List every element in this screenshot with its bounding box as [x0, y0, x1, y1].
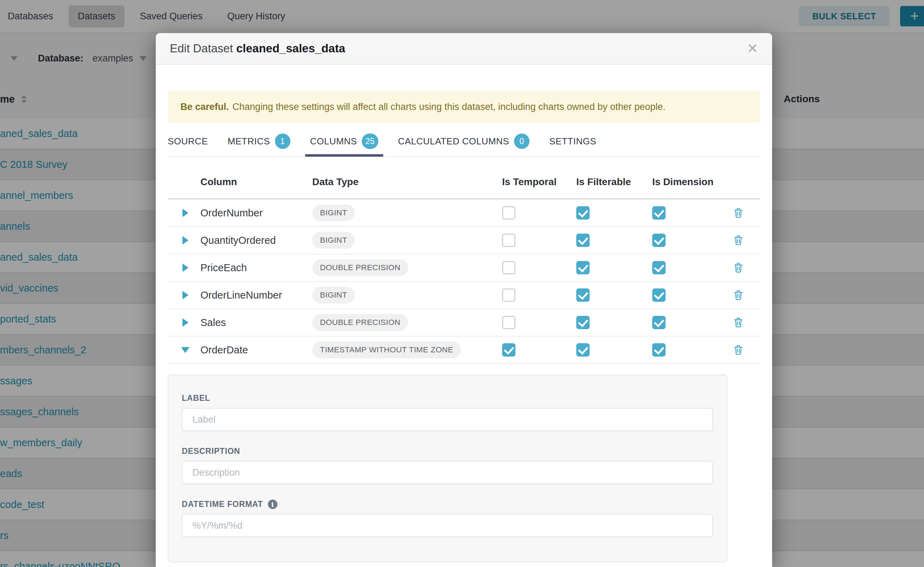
tab-count-badge: 1	[275, 134, 290, 149]
is-temporal-checkbox[interactable]	[502, 234, 515, 247]
data-type-badge: DOUBLE PRECISION	[312, 314, 408, 331]
is-temporal-checkbox[interactable]	[502, 206, 515, 220]
edit-dataset-modal: Edit Dataset cleaned_sales_data ✕ Be car…	[156, 33, 772, 567]
columns-table-header: Column Data Type Is Temporal Is Filterab…	[168, 161, 760, 200]
modal-title-prefix: Edit Dataset	[170, 42, 233, 55]
label-field-group: LABEL	[182, 393, 713, 431]
warning-bold: Be careful.	[181, 102, 229, 112]
close-icon[interactable]: ✕	[747, 42, 758, 55]
delete-icon[interactable]	[732, 207, 760, 219]
column-name: QuantityOrdered	[200, 235, 312, 246]
info-icon[interactable]: i	[268, 500, 277, 509]
is-filterable-checkbox[interactable]	[576, 261, 590, 274]
description-field-label: DESCRIPTION	[182, 447, 713, 456]
delete-icon[interactable]	[732, 262, 760, 274]
modal-tab-label: CALCULATED COLUMNS	[398, 136, 509, 147]
datetime-format-field-label: DATETIME FORMAT i	[182, 500, 713, 509]
datetime-format-label-text: DATETIME FORMAT	[182, 500, 263, 509]
header-data-type: Data Type	[312, 176, 502, 188]
column-name: OrderDate	[200, 344, 312, 356]
data-type-badge: BIGINT	[312, 204, 355, 221]
is-dimension-checkbox[interactable]	[652, 234, 665, 247]
modal-tab[interactable]: METRICS 1	[227, 126, 290, 156]
column-row: Sales DOUBLE PRECISION	[168, 309, 760, 336]
delete-icon[interactable]	[732, 289, 760, 301]
data-type-badge: TIMESTAMP WITHOUT TIME ZONE	[312, 342, 461, 358]
is-dimension-checkbox[interactable]	[652, 288, 665, 302]
expand-caret-icon[interactable]	[182, 264, 188, 272]
expand-caret-icon[interactable]	[181, 347, 190, 353]
expand-caret-icon[interactable]	[182, 236, 188, 244]
columns-table: Column Data Type Is Temporal Is Filterab…	[168, 161, 760, 364]
label-input[interactable]	[182, 408, 713, 431]
column-name: OrderLineNumber	[200, 290, 312, 301]
is-filterable-checkbox[interactable]	[576, 234, 590, 247]
column-row: OrderLineNumber BIGINT	[168, 282, 760, 309]
is-temporal-checkbox[interactable]	[502, 343, 515, 357]
label-field-label: LABEL	[182, 393, 713, 403]
columns-table-body: OrderNumber BIGINT QuantityOrdered BIGIN…	[168, 200, 760, 364]
column-row: PriceEach DOUBLE PRECISION	[168, 254, 760, 282]
data-type-badge: DOUBLE PRECISION	[312, 259, 408, 276]
column-row: OrderDate TIMESTAMP WITHOUT TIME ZONE	[168, 336, 760, 364]
modal-tab[interactable]: CALCULATED COLUMNS 0	[398, 126, 530, 156]
is-filterable-checkbox[interactable]	[576, 343, 590, 357]
column-row: OrderNumber BIGINT	[168, 200, 760, 227]
screen: DatabasesDatasetsSaved QueriesQuery Hist…	[0, 0, 924, 567]
is-dimension-checkbox[interactable]	[652, 206, 665, 220]
data-type-badge: BIGINT	[312, 286, 355, 303]
description-field-group: DESCRIPTION	[182, 447, 713, 484]
modal-dataset-name: cleaned_sales_data	[236, 42, 345, 55]
modal-tab[interactable]: COLUMNS 25	[310, 126, 378, 156]
column-name: Sales	[200, 317, 312, 328]
is-filterable-checkbox[interactable]	[576, 206, 590, 220]
is-temporal-checkbox[interactable]	[502, 316, 515, 329]
header-is-filterable: Is Filterable	[576, 176, 652, 188]
description-input[interactable]	[182, 461, 713, 484]
modal-tab[interactable]: SETTINGS	[549, 126, 596, 156]
warning-banner: Be careful. Changing these settings will…	[168, 91, 760, 123]
column-detail-panel: LABEL DESCRIPTION DATETIME FORMAT i	[168, 375, 727, 562]
is-dimension-checkbox[interactable]	[652, 343, 665, 357]
column-name: PriceEach	[200, 262, 312, 274]
modal-header: Edit Dataset cleaned_sales_data ✕	[156, 33, 772, 64]
is-filterable-checkbox[interactable]	[576, 288, 590, 302]
is-filterable-checkbox[interactable]	[576, 316, 590, 329]
is-dimension-checkbox[interactable]	[652, 261, 665, 274]
warning-text: Changing these settings will affect all …	[232, 102, 665, 112]
is-dimension-checkbox[interactable]	[652, 316, 665, 329]
header-column: Column	[200, 176, 312, 188]
modal-tab-label: SETTINGS	[549, 136, 596, 147]
datetime-format-field-group: DATETIME FORMAT i	[182, 500, 713, 537]
delete-icon[interactable]	[732, 316, 760, 328]
modal-tabs: SOURCE METRICS 1 COLUMNS 25 CALCULATED C…	[168, 126, 760, 157]
header-is-dimension: Is Dimension	[652, 176, 732, 188]
is-temporal-checkbox[interactable]	[502, 261, 515, 274]
header-is-temporal: Is Temporal	[502, 176, 576, 188]
delete-icon[interactable]	[732, 234, 760, 246]
modal-tab-label: METRICS	[227, 136, 270, 147]
expand-caret-icon[interactable]	[182, 208, 188, 217]
modal-tab[interactable]: SOURCE	[168, 126, 208, 156]
column-row: QuantityOrdered BIGINT	[168, 227, 760, 254]
modal-tab-label: COLUMNS	[310, 136, 357, 147]
expand-caret-icon[interactable]	[182, 318, 188, 327]
tab-count-badge: 0	[514, 134, 530, 149]
delete-icon[interactable]	[732, 344, 760, 356]
datetime-format-input[interactable]	[182, 514, 713, 537]
modal-body: Be careful. Changing these settings will…	[156, 64, 772, 562]
modal-title: Edit Dataset cleaned_sales_data	[170, 42, 345, 55]
data-type-badge: BIGINT	[312, 232, 355, 249]
tab-count-badge: 25	[362, 134, 378, 149]
expand-caret-icon[interactable]	[182, 291, 188, 299]
is-temporal-checkbox[interactable]	[502, 288, 515, 302]
column-name: OrderNumber	[200, 207, 312, 219]
modal-tab-label: SOURCE	[168, 136, 208, 147]
